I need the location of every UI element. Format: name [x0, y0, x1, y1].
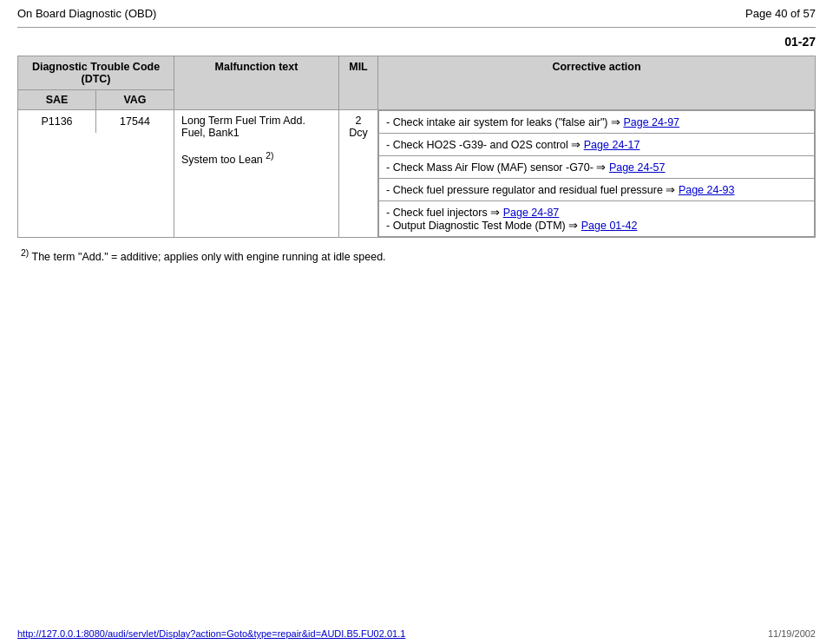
- corrective-item-1: - Check intake air system for leaks ("fa…: [379, 111, 815, 134]
- page-title: On Board Diagnostic (OBD): [17, 7, 156, 20]
- table-header-row: Diagnostic Trouble Code (DTC) SAE VAG Ma…: [18, 56, 816, 110]
- corrective-item-3: - Check Mass Air Flow (MAF) sensor -G70-…: [379, 156, 815, 179]
- malfunction-header: Malfunction text: [174, 56, 339, 110]
- vag-header: VAG: [96, 90, 174, 109]
- link-page-24-57[interactable]: Page 24-57: [609, 161, 666, 174]
- page-number: Page 40 of 57: [745, 7, 816, 20]
- mil-value: 2Dcy: [349, 115, 368, 139]
- corrective-item-5-6: - Check fuel injectors ⇒ Page 24-87 - Ou…: [379, 201, 815, 237]
- malfunction-text: Long Term Fuel Trim Add. Fuel, Bank1Syst…: [181, 115, 305, 166]
- mil-cell: 2Dcy: [339, 110, 378, 238]
- corrective-sub-table: - Check intake air system for leaks ("fa…: [378, 110, 815, 237]
- dtc-header-label: Diagnostic Trouble Code (DTC): [18, 56, 174, 90]
- malfunction-cell: Long Term Fuel Trim Add. Fuel, Bank1Syst…: [174, 110, 339, 238]
- footer-url[interactable]: http://127.0.0.1:8080/audi/servlet/Displ…: [17, 628, 405, 639]
- vag-value: 17544: [96, 110, 174, 133]
- corrective-item-row-3: - Check Mass Air Flow (MAF) sensor -G70-…: [379, 156, 815, 179]
- link-page-01-42[interactable]: Page 01-42: [581, 220, 638, 232]
- dtc-header: Diagnostic Trouble Code (DTC) SAE VAG: [18, 56, 174, 110]
- footnote-ref: 2): [266, 151, 273, 161]
- corrective-item-row-4: - Check fuel pressure regulator and resi…: [379, 179, 815, 201]
- footnote: 2) The term "Add." = additive; applies o…: [17, 248, 816, 263]
- corrective-header: Corrective action: [378, 56, 816, 110]
- header-divider: [17, 27, 816, 28]
- corrective-cell: - Check intake air system for leaks ("fa…: [378, 110, 816, 238]
- corrective-item-4: - Check fuel pressure regulator and resi…: [379, 179, 815, 201]
- link-page-24-93[interactable]: Page 24-93: [679, 184, 735, 196]
- footer-date: 11/19/2002: [768, 628, 816, 639]
- dtc-header-sub: SAE VAG: [18, 90, 174, 109]
- link-page-24-97[interactable]: Page 24-97: [623, 116, 679, 128]
- page-header: On Board Diagnostic (OBD) Page 40 of 57: [0, 0, 833, 23]
- corrective-item-row-2: - Check HO2S -G39- and O2S control ⇒ Pag…: [379, 134, 815, 156]
- footnote-number: 2): [21, 251, 29, 263]
- dtc-data: P1136 17544: [18, 110, 174, 133]
- main-content: Diagnostic Trouble Code (DTC) SAE VAG Ma…: [0, 56, 833, 263]
- diagnostic-table: Diagnostic Trouble Code (DTC) SAE VAG Ma…: [17, 56, 816, 238]
- sae-header: SAE: [18, 90, 96, 109]
- page-footer: http://127.0.0.1:8080/audi/servlet/Displ…: [0, 628, 833, 639]
- sae-value: P1136: [18, 110, 96, 133]
- link-page-24-87[interactable]: Page 24-87: [503, 207, 560, 219]
- corrective-item-row-5: - Check fuel injectors ⇒ Page 24-87 - Ou…: [379, 201, 815, 237]
- table-row: P1136 17544 Long Term Fuel Trim Add. Fue…: [18, 110, 816, 238]
- footnote-text: The term "Add." = additive; applies only…: [32, 251, 386, 263]
- corrective-item-row-1: - Check intake air system for leaks ("fa…: [379, 111, 815, 134]
- corrective-item-2: - Check HO2S -G39- and O2S control ⇒ Pag…: [379, 134, 815, 156]
- mil-header: MIL: [339, 56, 378, 110]
- section-id: 01-27: [0, 35, 833, 56]
- link-page-24-17[interactable]: Page 24-17: [584, 139, 640, 151]
- dtc-data-cell: P1136 17544: [18, 110, 174, 238]
